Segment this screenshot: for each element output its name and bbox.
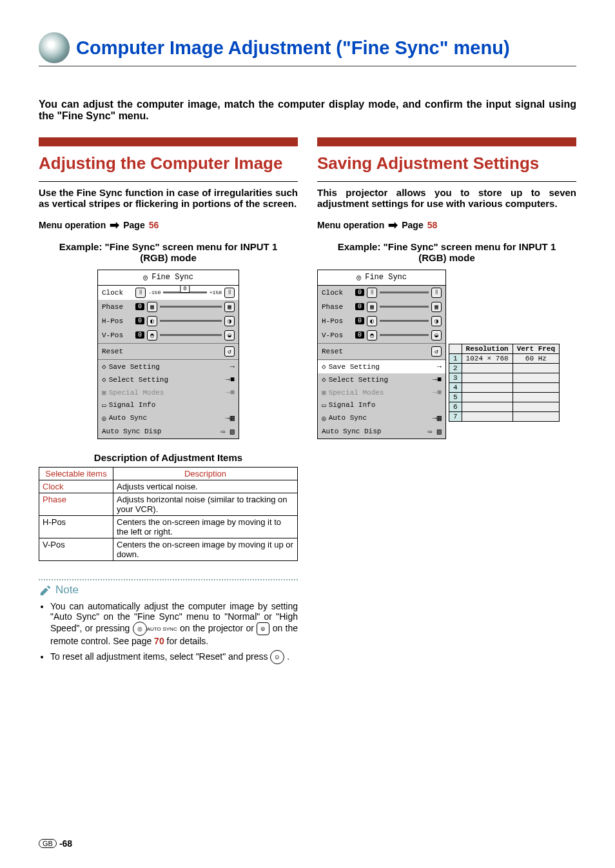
val: 0	[135, 317, 144, 324]
left-column: Adjusting the Computer Image Use the Fin…	[39, 137, 298, 668]
osd-autosync: Auto Sync	[109, 414, 223, 422]
hpos-left-icon: ◐	[367, 316, 377, 326]
remote-autosync-icon: ⊚	[257, 622, 269, 635]
desc-vpos: Centers the on-screen image by moving it…	[113, 538, 298, 560]
sync-icon: ◎	[143, 273, 148, 282]
info-icon: ▭	[102, 401, 106, 409]
th-description: Description	[113, 467, 298, 480]
clock-left-icon: ⦀	[367, 288, 377, 298]
phase-icon: ▦	[224, 302, 235, 312]
range-hi: +150	[210, 290, 222, 295]
th-resolution: Resolution	[462, 344, 512, 353]
save-settings-table: Resolution Vert Freq 11024 × 76860 Hz 2 …	[449, 344, 560, 422]
diamond-icon: ◇	[322, 362, 326, 371]
modes-icon: ▣	[322, 388, 326, 397]
autosync-button-icon: ◎	[133, 622, 147, 636]
slider-bar	[160, 334, 222, 336]
vpos-up-icon: ◓	[147, 330, 157, 340]
clock-right-icon: ⦀	[224, 288, 235, 298]
note-box: Note You can automatically adjust the co…	[39, 579, 298, 664]
menu-operation-row: Menu operation ➡ Page 58	[317, 218, 576, 232]
range-lo: -150	[148, 290, 161, 295]
osd-row-hpos: H-Pos	[102, 317, 133, 325]
hpos-right-icon: ◑	[431, 316, 442, 326]
item-hpos: H-Pos	[39, 515, 113, 538]
clock-left-icon: ⦀	[135, 288, 146, 298]
modes-icon: ▣	[102, 388, 106, 397]
osd-autosyncdisp: Auto Sync Disp	[102, 428, 218, 435]
page-title: Computer Image Adjustment ("Fine Sync" m…	[76, 37, 510, 59]
enter-button-icon: ⊙	[270, 650, 284, 664]
hpos-left-icon: ◐	[147, 316, 157, 326]
osd-title: Fine Sync	[365, 273, 407, 282]
osd-title: Fine Sync	[151, 273, 193, 282]
th-selectable: Selectable items	[39, 467, 113, 480]
page-number: -68	[59, 838, 72, 849]
desc-hpos: Centers the on-screen image by moving it…	[113, 515, 298, 538]
menuop-label: Menu operation	[317, 220, 384, 230]
slider-bar: 0	[163, 291, 207, 293]
section-heading-adjusting: Adjusting the Computer Image	[39, 154, 298, 173]
osd-row-phase: Phase	[102, 303, 133, 311]
arrow-icon: →	[230, 362, 235, 371]
page-label: Page	[402, 220, 423, 230]
item-clock: Clock	[39, 480, 113, 493]
diamond-icon: ◇	[102, 375, 106, 384]
osd-signal: Signal Info	[109, 401, 235, 409]
pencil-note-icon	[39, 583, 53, 597]
description-table: Selectable items Description Clock Adjus…	[39, 467, 298, 561]
menu-operation-row: Menu operation ➡ Page 56	[39, 218, 298, 232]
osd-reset: Reset	[102, 348, 222, 355]
vpos-down-icon: ◒	[224, 330, 235, 340]
reset-icon: ↺	[431, 346, 442, 357]
sync-icon: ◎	[102, 414, 106, 422]
section-bar	[39, 137, 298, 146]
arrow-icon: →▦	[226, 413, 235, 423]
autosync-tiny: AUTO SYNC	[147, 626, 177, 631]
osd-select: Select Setting	[109, 376, 223, 384]
page-ref: 58	[427, 220, 438, 230]
menuop-label: Menu operation	[39, 220, 106, 230]
sync-icon: ◎	[322, 414, 326, 422]
item-vpos: V-Pos	[39, 538, 113, 560]
th-vertfreq: Vert Freq	[512, 344, 559, 353]
sphere-icon	[39, 32, 70, 63]
phase-icon: ▦	[147, 302, 157, 312]
reset-icon: ↺	[224, 346, 235, 357]
gb-badge: GB	[39, 839, 57, 848]
example-caption: Example: "Fine Sync" screen menu for INP…	[39, 241, 298, 263]
vpos-down-icon: ◒	[431, 330, 442, 340]
val: 0	[135, 331, 144, 339]
section-bar	[317, 137, 576, 146]
desc-heading: Description of Adjustment Items	[39, 452, 298, 463]
sync-icon: ◎	[356, 273, 361, 282]
arrow-right-icon: ➡	[110, 218, 119, 232]
divider	[39, 181, 298, 182]
osd-title-row: ◎ Fine Sync	[98, 270, 239, 286]
left-lede: Use the Fine Sync function in case of ir…	[39, 187, 298, 209]
arrow-icon: ⇨ ▧	[220, 427, 235, 437]
note-1: You can automatically adjust the compute…	[50, 601, 298, 646]
note-page-ref: 70	[154, 636, 164, 646]
page-ref: 56	[149, 220, 159, 230]
arrow-icon: →■	[226, 375, 235, 384]
page-label: Page	[123, 220, 144, 230]
osd-special: Special Modes	[109, 389, 223, 397]
osd-screenshot: ◎ Fine Sync Clock ⦀ -150 0 +150 ⦀ Phase …	[97, 270, 239, 439]
desc-phase: Adjusts horizontal noise (similar to tra…	[113, 493, 298, 515]
right-column: Saving Adjustment Settings This projecto…	[317, 137, 576, 668]
osd-row-vpos: V-Pos	[102, 331, 133, 339]
hpos-right-icon: ◑	[224, 316, 235, 326]
right-lede: This projector allows you to store up to…	[317, 187, 576, 209]
note-2: To reset all adjustment items, select "R…	[50, 650, 298, 664]
info-icon: ▭	[322, 401, 326, 409]
slider-bar	[160, 306, 222, 308]
vpos-up-icon: ◓	[367, 330, 377, 340]
diamond-icon: ◇	[102, 362, 106, 371]
item-phase: Phase	[39, 493, 113, 515]
section-heading-saving: Saving Adjustment Settings	[317, 154, 576, 173]
title-row: Computer Image Adjustment ("Fine Sync" m…	[39, 32, 576, 66]
note-label: Note	[39, 583, 298, 597]
osd-row-clock: Clock	[102, 289, 133, 297]
intro-text: You can adjust the computer image, match…	[39, 99, 576, 122]
